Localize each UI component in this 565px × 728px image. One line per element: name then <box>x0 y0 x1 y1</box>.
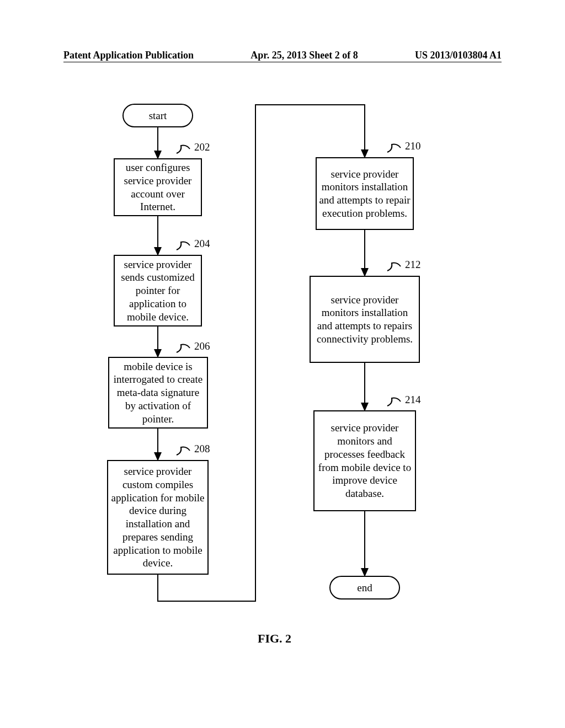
step-204-text: service provider sends customized pointe… <box>117 258 199 324</box>
step-206-box: mobile device is interrogated to create … <box>108 357 208 429</box>
step-210-ref: 210 <box>405 140 421 152</box>
start-terminator: start <box>122 104 193 127</box>
step-214-text: service provider monitors and processes … <box>317 421 413 500</box>
step-206-ref: 206 <box>194 340 210 352</box>
step-214-box: service provider monitors and processes … <box>313 410 416 511</box>
step-210-text: service provider monitors installation a… <box>319 168 411 220</box>
header-right: US 2013/0103804 A1 <box>415 50 502 61</box>
header-center: Apr. 25, 2013 Sheet 2 of 8 <box>250 50 358 61</box>
step-208-box: service provider custom compiles applica… <box>107 460 209 575</box>
end-terminator: end <box>329 576 400 599</box>
step-202-box: user configures service provider account… <box>114 158 202 216</box>
start-label: start <box>149 110 167 122</box>
step-210-box: service provider monitors installation a… <box>316 157 414 230</box>
step-204-box: service provider sends customized pointe… <box>114 255 202 326</box>
step-212-box: service provider monitors installation a… <box>310 276 420 363</box>
step-212-ref: 212 <box>405 259 421 271</box>
step-208-text: service provider custom compiles applica… <box>110 465 205 570</box>
step-202-text: user configures service provider account… <box>117 161 199 213</box>
header-left: Patent Application Publication <box>63 50 194 61</box>
header-rule <box>63 62 502 62</box>
page-header: Patent Application Publication Apr. 25, … <box>63 50 502 61</box>
connectors <box>0 99 565 651</box>
step-214-ref: 214 <box>405 394 421 406</box>
end-label: end <box>357 582 372 594</box>
step-206-text: mobile device is interrogated to create … <box>111 360 205 426</box>
step-204-ref: 204 <box>194 238 210 250</box>
step-212-text: service provider monitors installation a… <box>313 293 417 346</box>
figure-label: FIG. 2 <box>258 631 291 646</box>
step-208-ref: 208 <box>194 443 210 455</box>
step-202-ref: 202 <box>194 141 210 153</box>
